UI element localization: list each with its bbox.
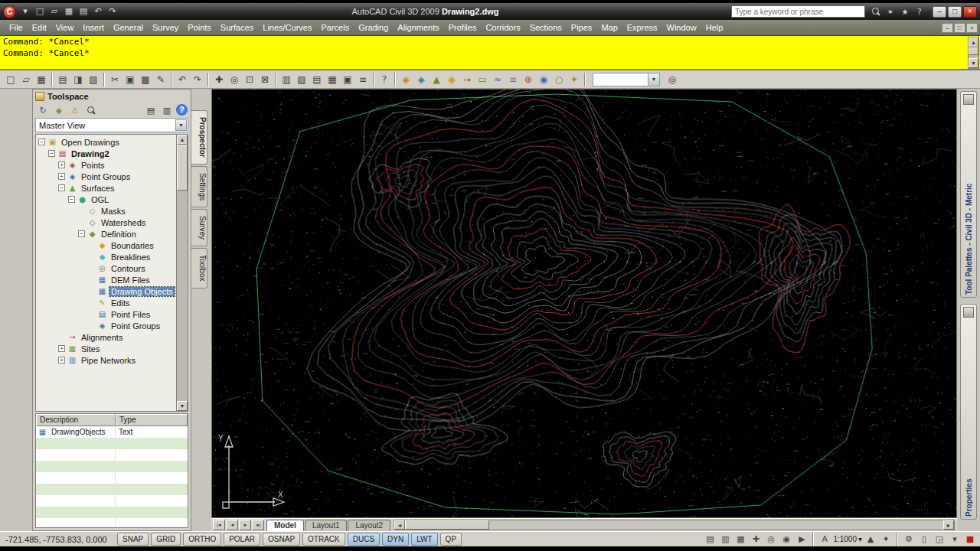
tree-expand-icon[interactable]: − bbox=[38, 139, 45, 145]
toggle-otrack[interactable]: OTRACK bbox=[302, 533, 345, 546]
docked-tab-tool-palettes[interactable]: Tool Palettes - Civil 3D - Metric bbox=[960, 91, 977, 298]
tree-expand-icon[interactable]: + bbox=[58, 161, 65, 168]
menu-parcels[interactable]: Parcels bbox=[316, 20, 354, 35]
status-menu-icon[interactable]: ▾ bbox=[948, 533, 962, 546]
create-alignment-icon[interactable]: → bbox=[459, 72, 475, 87]
surface-boundary-icon[interactable]: ◆ bbox=[444, 72, 459, 87]
copy-icon[interactable]: ▣ bbox=[122, 72, 138, 87]
model-paper-toggle-icon[interactable]: ▤ bbox=[703, 533, 717, 546]
item-list-row[interactable]: ▦DrawingObjectsText bbox=[36, 426, 188, 438]
save-icon[interactable]: ▦ bbox=[34, 72, 49, 87]
tree-item-sites[interactable]: +▦Sites bbox=[36, 343, 176, 354]
help-icon[interactable]: ? bbox=[377, 72, 392, 87]
scroll-thumb[interactable] bbox=[969, 47, 978, 55]
menu-lines-curves[interactable]: Lines/Curves bbox=[258, 20, 316, 35]
plot-preview-icon[interactable]: ◨ bbox=[70, 72, 86, 87]
palette-tab-toolbox[interactable]: Toolbox bbox=[191, 248, 207, 288]
menu-file[interactable]: File bbox=[5, 20, 28, 35]
tree-expand-icon[interactable]: + bbox=[58, 173, 65, 180]
show-motion-icon[interactable]: ▶ bbox=[795, 533, 808, 546]
toggle-osnap[interactable]: OSNAP bbox=[263, 533, 300, 546]
docked-tab-properties[interactable]: Properties bbox=[960, 304, 977, 520]
layout-nav-button[interactable]: ◄ bbox=[226, 520, 238, 530]
horizontal-scrollbar[interactable]: ◄ ► bbox=[394, 520, 955, 530]
menu-express[interactable]: Express bbox=[622, 20, 662, 35]
toggle-qp[interactable]: QP bbox=[440, 533, 462, 546]
tree-item-pipe-networks[interactable]: +▥Pipe Networks bbox=[36, 354, 176, 366]
tree-item-definition-point-groups[interactable]: −◈Point Groups bbox=[36, 320, 176, 331]
markup-set-manager-icon[interactable]: ▣ bbox=[340, 72, 355, 87]
tree-item-drawing2[interactable]: −▤Drawing2 bbox=[36, 148, 176, 159]
toggle-snap[interactable]: SNAP bbox=[117, 533, 149, 546]
named-views-icon[interactable]: ◎ bbox=[665, 72, 680, 87]
layout-nav-button[interactable]: ►| bbox=[252, 520, 264, 530]
menu-corridors[interactable]: Corridors bbox=[481, 20, 524, 35]
labels-menu-icon[interactable]: ✦ bbox=[567, 72, 582, 87]
toolbar-lock-icon[interactable]: ▯ bbox=[917, 533, 931, 546]
tree-item-definition[interactable]: −◆Definition bbox=[36, 228, 176, 240]
scroll-track[interactable] bbox=[489, 520, 943, 530]
drawing-area[interactable]: Y X bbox=[211, 89, 957, 518]
menu-pipes[interactable]: Pipes bbox=[567, 20, 597, 35]
menu-points[interactable]: Points bbox=[183, 20, 216, 35]
paste-icon[interactable]: ▩ bbox=[138, 72, 153, 87]
menu-general[interactable]: General bbox=[109, 20, 148, 35]
tree-expand-icon[interactable]: + bbox=[58, 345, 65, 352]
doc-restore-button[interactable]: □ bbox=[954, 23, 965, 33]
tool-palettes-window-icon[interactable]: ▤ bbox=[309, 72, 325, 87]
menu-help[interactable]: Help bbox=[701, 20, 728, 35]
palette-tab-prospector[interactable]: Prospector bbox=[191, 110, 207, 165]
designcenter-icon[interactable]: ▨ bbox=[294, 72, 309, 87]
pan-icon[interactable]: ✚ bbox=[211, 72, 227, 87]
layout-tab-model[interactable]: Model bbox=[266, 520, 304, 531]
workspace-switching-icon[interactable]: ⚙ bbox=[902, 533, 916, 546]
tree-expand-icon[interactable]: + bbox=[58, 357, 65, 364]
communication-center-icon[interactable]: ✶ bbox=[884, 5, 897, 18]
layout-nav-button[interactable]: |◄ bbox=[213, 520, 225, 530]
toggle-dyn[interactable]: DYN bbox=[382, 533, 409, 546]
tree-expand-icon[interactable]: − bbox=[58, 184, 65, 191]
menu-map[interactable]: Map bbox=[596, 20, 622, 35]
tree-item-surface-ogl[interactable]: −●OGL bbox=[36, 194, 176, 205]
layout-tab-layout1[interactable]: Layout1 bbox=[305, 520, 348, 531]
model-canvas[interactable] bbox=[212, 90, 956, 517]
tree-item-masks[interactable]: −◇Masks bbox=[36, 205, 176, 217]
quickcalc-icon[interactable]: ≡ bbox=[355, 72, 371, 87]
create-profile-icon[interactable]: ≈ bbox=[490, 72, 505, 87]
search-go-icon[interactable] bbox=[869, 5, 883, 18]
tree-item-edits[interactable]: −✎Edits bbox=[36, 297, 176, 308]
infocenter-help-icon[interactable]: ? bbox=[913, 5, 926, 18]
redo-icon[interactable]: ↷ bbox=[106, 5, 119, 18]
scroll-down-icon[interactable]: ▼ bbox=[177, 401, 188, 411]
properties-window-icon[interactable]: ▥ bbox=[279, 72, 294, 87]
menu-sections[interactable]: Sections bbox=[525, 20, 567, 35]
redo-icon[interactable]: ↷ bbox=[190, 72, 205, 87]
column-header-description[interactable]: Description bbox=[36, 414, 116, 426]
undo-icon[interactable]: ↶ bbox=[91, 5, 105, 18]
scroll-up-icon[interactable]: ▲ bbox=[969, 37, 978, 47]
search-icon[interactable] bbox=[84, 104, 98, 117]
quick-view-drawings-icon[interactable]: ▦ bbox=[733, 533, 747, 546]
toggle-polar[interactable]: POLAR bbox=[224, 533, 260, 546]
tree-item-point-files[interactable]: −▤Point Files bbox=[36, 308, 176, 320]
tree-item-points[interactable]: +◈Points bbox=[36, 159, 176, 171]
menu-insert[interactable]: Insert bbox=[78, 20, 109, 35]
toolspace-title-bar[interactable]: Toolspace bbox=[33, 90, 191, 103]
undo-icon[interactable]: ↶ bbox=[175, 72, 190, 87]
doc-minimize-button[interactable]: – bbox=[942, 23, 953, 33]
open-icon[interactable]: ▱ bbox=[18, 72, 34, 87]
menu-edit[interactable]: Edit bbox=[28, 20, 51, 35]
doc-close-button[interactable]: × bbox=[966, 23, 978, 33]
toggle-ducs[interactable]: DUCS bbox=[348, 533, 380, 546]
item-view-icon[interactable]: ◈ bbox=[52, 104, 66, 117]
layout-nav-button[interactable]: ► bbox=[239, 520, 251, 530]
create-corridor-icon[interactable]: ≡ bbox=[505, 72, 521, 87]
toolbar-combobox[interactable]: ▼ bbox=[593, 73, 660, 86]
status-alert-icon[interactable]: ■ bbox=[963, 533, 977, 546]
command-input-line[interactable] bbox=[0, 59, 980, 70]
open-icon[interactable]: ▱ bbox=[47, 5, 61, 18]
menu-browser-icon[interactable]: ▾ bbox=[18, 5, 32, 18]
toolspace-help-icon[interactable]: ? bbox=[176, 104, 188, 116]
panorama-icon[interactable]: ▥ bbox=[160, 104, 174, 117]
menu-view[interactable]: View bbox=[51, 20, 79, 35]
